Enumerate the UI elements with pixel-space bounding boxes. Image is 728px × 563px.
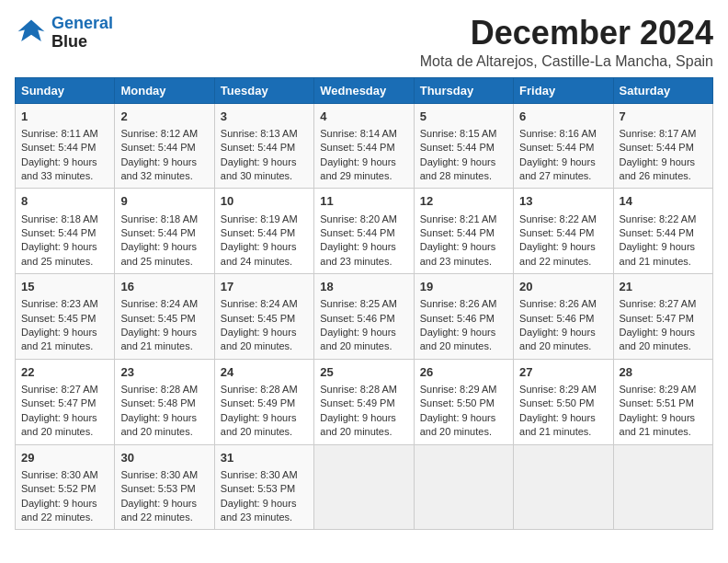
daylight-label: Daylight: 9 hours and 20 minutes. (420, 327, 496, 351)
month-title: December 2024 (420, 15, 713, 52)
daylight-label: Daylight: 9 hours and 30 minutes. (221, 156, 297, 181)
day-cell: 30Sunrise: 8:30 AMSunset: 5:53 PMDayligh… (115, 444, 214, 530)
header-tuesday: Tuesday (214, 77, 313, 103)
sunset-label: Sunset: 5:47 PM (620, 313, 694, 324)
day-number: 15 (21, 279, 108, 295)
day-cell: 4Sunrise: 8:14 AMSunset: 5:44 PMDaylight… (314, 103, 414, 189)
day-cell: 12Sunrise: 8:21 AMSunset: 5:44 PMDayligh… (414, 189, 513, 274)
sunrise-label: Sunrise: 8:20 AM (320, 213, 397, 224)
day-number: 23 (120, 364, 208, 381)
sunrise-label: Sunrise: 8:22 AM (620, 213, 697, 224)
day-cell: 10Sunrise: 8:19 AMSunset: 5:44 PMDayligh… (214, 189, 313, 274)
sunrise-label: Sunrise: 8:16 AM (519, 128, 597, 139)
sunrise-label: Sunrise: 8:26 AM (519, 298, 597, 309)
sunrise-label: Sunrise: 8:11 AM (21, 128, 98, 139)
daylight-label: Daylight: 9 hours and 28 minutes. (420, 156, 496, 181)
day-number: 19 (420, 279, 507, 295)
sunset-label: Sunset: 5:46 PM (420, 313, 495, 324)
day-number: 11 (320, 193, 407, 210)
sunset-label: Sunset: 5:48 PM (120, 397, 195, 408)
day-cell: 21Sunrise: 8:27 AMSunset: 5:47 PMDayligh… (613, 274, 712, 360)
day-cell: 26Sunrise: 8:29 AMSunset: 5:50 PMDayligh… (414, 359, 513, 444)
day-number: 4 (320, 109, 407, 125)
daylight-label: Daylight: 9 hours and 20 minutes. (221, 327, 297, 351)
day-number: 16 (120, 279, 208, 295)
day-cell: 19Sunrise: 8:26 AMSunset: 5:46 PMDayligh… (414, 274, 513, 360)
day-cell: 25Sunrise: 8:28 AMSunset: 5:49 PMDayligh… (314, 359, 414, 444)
sunset-label: Sunset: 5:50 PM (519, 397, 594, 408)
sunset-label: Sunset: 5:49 PM (320, 397, 394, 408)
day-cell: 18Sunrise: 8:25 AMSunset: 5:46 PMDayligh… (314, 274, 414, 360)
week-row-2: 8Sunrise: 8:18 AMSunset: 5:44 PMDaylight… (16, 189, 713, 274)
daylight-label: Daylight: 9 hours and 21 minutes. (21, 327, 97, 351)
day-cell: 29Sunrise: 8:30 AMSunset: 5:52 PMDayligh… (16, 444, 115, 530)
daylight-label: Daylight: 9 hours and 25 minutes. (120, 241, 197, 266)
daylight-label: Daylight: 9 hours and 23 minutes. (221, 498, 297, 523)
sunset-label: Sunset: 5:44 PM (221, 227, 295, 238)
sunrise-label: Sunrise: 8:30 AM (221, 469, 298, 480)
sunrise-label: Sunrise: 8:24 AM (120, 298, 198, 309)
sunrise-label: Sunrise: 8:23 AM (21, 298, 98, 309)
sunset-label: Sunset: 5:44 PM (420, 227, 495, 238)
daylight-label: Daylight: 9 hours and 33 minutes. (21, 156, 97, 181)
sunrise-label: Sunrise: 8:29 AM (519, 384, 597, 395)
day-number: 29 (21, 450, 108, 466)
sunrise-label: Sunrise: 8:18 AM (120, 213, 198, 224)
sunset-label: Sunset: 5:46 PM (519, 313, 594, 324)
day-number: 9 (120, 193, 208, 210)
sunrise-label: Sunrise: 8:28 AM (320, 384, 397, 395)
day-cell: 9Sunrise: 8:18 AMSunset: 5:44 PMDaylight… (115, 189, 214, 274)
daylight-label: Daylight: 9 hours and 22 minutes. (519, 241, 596, 266)
header-thursday: Thursday (414, 77, 513, 103)
day-cell: 13Sunrise: 8:22 AMSunset: 5:44 PMDayligh… (514, 189, 613, 274)
day-number: 22 (21, 364, 108, 381)
sunrise-label: Sunrise: 8:28 AM (120, 384, 198, 395)
daylight-label: Daylight: 9 hours and 22 minutes. (21, 498, 97, 523)
sunrise-label: Sunrise: 8:22 AM (519, 213, 597, 224)
sunset-label: Sunset: 5:44 PM (420, 142, 495, 153)
day-cell: 5Sunrise: 8:15 AMSunset: 5:44 PMDaylight… (414, 103, 513, 189)
day-cell: 23Sunrise: 8:28 AMSunset: 5:48 PMDayligh… (115, 359, 214, 444)
sunrise-label: Sunrise: 8:12 AM (120, 128, 198, 139)
sunset-label: Sunset: 5:45 PM (21, 313, 96, 324)
day-number: 30 (120, 450, 208, 466)
day-number: 7 (620, 109, 707, 125)
day-number: 20 (519, 279, 607, 295)
daylight-label: Daylight: 9 hours and 20 minutes. (519, 327, 596, 351)
daylight-label: Daylight: 9 hours and 29 minutes. (320, 156, 396, 181)
sunrise-label: Sunrise: 8:13 AM (221, 128, 298, 139)
sunrise-label: Sunrise: 8:30 AM (21, 469, 98, 480)
sunrise-label: Sunrise: 8:25 AM (320, 298, 397, 309)
sunset-label: Sunset: 5:44 PM (620, 227, 694, 238)
day-number: 5 (420, 109, 507, 125)
day-cell: 3Sunrise: 8:13 AMSunset: 5:44 PMDaylight… (214, 103, 313, 189)
sunset-label: Sunset: 5:45 PM (120, 313, 195, 324)
day-cell (514, 444, 613, 530)
logo-line1: General (51, 14, 113, 32)
header-row: SundayMondayTuesdayWednesdayThursdayFrid… (16, 77, 713, 103)
sunset-label: Sunset: 5:47 PM (21, 397, 96, 408)
day-cell: 22Sunrise: 8:27 AMSunset: 5:47 PMDayligh… (16, 359, 115, 444)
day-cell (314, 444, 414, 530)
day-number: 3 (221, 109, 308, 125)
logo: General Blue (15, 15, 113, 52)
day-cell: 2Sunrise: 8:12 AMSunset: 5:44 PMDaylight… (115, 103, 214, 189)
sunset-label: Sunset: 5:51 PM (620, 397, 694, 408)
week-row-4: 22Sunrise: 8:27 AMSunset: 5:47 PMDayligh… (16, 359, 713, 444)
day-cell: 27Sunrise: 8:29 AMSunset: 5:50 PMDayligh… (514, 359, 613, 444)
day-number: 17 (221, 279, 308, 295)
sunset-label: Sunset: 5:45 PM (221, 313, 295, 324)
daylight-label: Daylight: 9 hours and 22 minutes. (120, 498, 197, 523)
daylight-label: Daylight: 9 hours and 24 minutes. (221, 241, 297, 266)
sunrise-label: Sunrise: 8:14 AM (320, 128, 397, 139)
sunset-label: Sunset: 5:50 PM (420, 397, 495, 408)
day-number: 13 (519, 193, 607, 210)
week-row-1: 1Sunrise: 8:11 AMSunset: 5:44 PMDaylight… (16, 103, 713, 189)
daylight-label: Daylight: 9 hours and 21 minutes. (519, 412, 596, 437)
sunset-label: Sunset: 5:44 PM (519, 227, 594, 238)
sunset-label: Sunset: 5:49 PM (221, 397, 295, 408)
day-number: 12 (420, 193, 507, 210)
daylight-label: Daylight: 9 hours and 21 minutes. (120, 327, 197, 351)
location-title: Mota de Altarejos, Castille-La Mancha, S… (420, 53, 713, 70)
sunrise-label: Sunrise: 8:26 AM (420, 298, 497, 309)
